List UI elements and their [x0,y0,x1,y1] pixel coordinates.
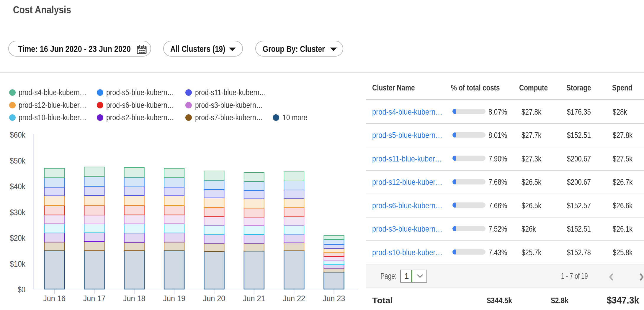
svg-text:Jun 23: Jun 23 [323,294,345,303]
svg-text:$20k: $20k [10,233,26,243]
svg-text:$50k: $50k [10,156,26,165]
svg-text:Jun 20: Jun 20 [203,294,225,303]
svg-text:Jun 17: Jun 17 [83,294,106,303]
svg-text:$30k: $30k [10,208,26,217]
svg-text:Jun 22: Jun 22 [283,294,305,303]
svg-text:Jun 19: Jun 19 [163,294,185,303]
svg-text:$40k: $40k [10,182,26,191]
svg-text:$0: $0 [18,285,25,294]
svg-text:Jun 16: Jun 16 [43,294,66,303]
svg-text:$60k: $60k [10,130,26,139]
svg-text:Jun 21: Jun 21 [243,294,265,303]
svg-text:$10k: $10k [10,259,26,268]
svg-text:Jun 18: Jun 18 [123,294,146,303]
